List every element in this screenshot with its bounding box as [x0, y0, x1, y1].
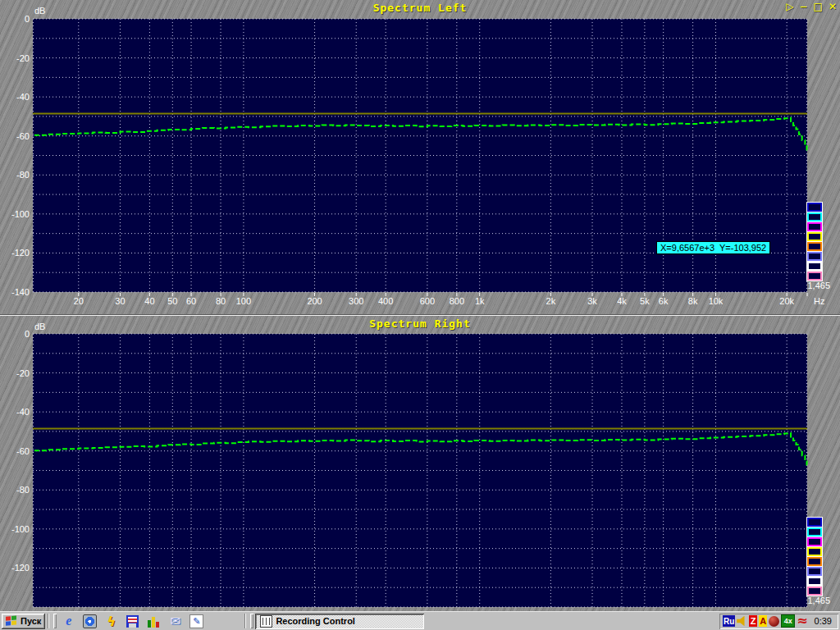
plot-area-left[interactable]: X=9,6567e+3 Y=-103,952: [33, 19, 807, 292]
plot-area-right[interactable]: [33, 334, 807, 607]
y-tick-label: -60: [0, 446, 30, 456]
legend-swatch[interactable]: [807, 537, 822, 546]
tray-red-round-icon[interactable]: [769, 616, 779, 627]
y-tick-label: -80: [0, 485, 30, 495]
maximize-icon[interactable]: □: [814, 1, 823, 12]
legend-swatch[interactable]: [807, 272, 822, 281]
y-tick-label: -20: [0, 368, 30, 378]
system-tray: Ru Z A 4x ≈ 0:39: [719, 614, 838, 629]
x-tick-label: 5k: [627, 296, 663, 306]
x-tick-label: 100: [226, 296, 262, 306]
task-button-label: Recording Control: [276, 616, 355, 626]
x-tick-label: 10k: [698, 296, 734, 306]
legend-swatch[interactable]: [807, 567, 822, 576]
x-tick-label: 800: [439, 296, 475, 306]
frequency-readout: 1,465: [797, 596, 830, 605]
y-tick-label: -140: [0, 287, 30, 297]
windows-logo-icon: [6, 615, 18, 627]
legend-swatch[interactable]: [807, 518, 822, 527]
x-tick-label: 300: [338, 296, 374, 306]
cursor-readout: X=9,6567e+3 Y=-103,952: [656, 241, 770, 254]
y-tick-label: -60: [0, 131, 30, 141]
recording-control-task-button[interactable]: Recording Control: [255, 614, 424, 629]
viewer-app-icon[interactable]: [83, 614, 97, 628]
x-tick-label: 20: [61, 296, 97, 306]
spectrum-right-panel: Spectrum Right dB 0-20-40-60-80-100-120 …: [0, 316, 840, 611]
x-axis-unit-label: Hz: [814, 296, 824, 306]
x-tick-label: 20k: [769, 296, 805, 306]
x-tick-label: 2k: [532, 296, 568, 306]
channel-legend: [806, 517, 823, 596]
y-tick-label: 0: [0, 329, 30, 339]
x-tick-label: 1k: [462, 296, 498, 306]
legend-swatch[interactable]: [807, 222, 822, 231]
legend-swatch[interactable]: [807, 557, 822, 566]
y-axis-unit-label: dB: [34, 322, 45, 331]
legend-swatch[interactable]: [807, 262, 822, 271]
y-tick-label: -20: [0, 53, 30, 63]
taskbar: Пуск e ϟ ✉ ✎ Recording Control Ru Z A 4x…: [0, 611, 840, 630]
chart-title-right: Spectrum Right: [0, 317, 840, 330]
play-icon[interactable]: ▷: [786, 1, 793, 12]
language-indicator[interactable]: Ru: [723, 615, 735, 627]
x-tick-label: 30: [102, 296, 138, 306]
taskband-drag-handle[interactable]: [250, 614, 253, 628]
legend-swatch[interactable]: [807, 232, 822, 241]
window-controls: ▷ − □ ✕: [786, 1, 837, 12]
tray-z-icon[interactable]: Z: [749, 615, 757, 627]
start-button-label: Пуск: [21, 616, 41, 626]
tray-green-icon[interactable]: 4x: [781, 614, 795, 628]
mail-icon[interactable]: ✉: [168, 614, 182, 628]
legend-swatch[interactable]: [807, 252, 822, 261]
x-tick-label: 8k: [675, 296, 711, 306]
quick-launch-bar: e ϟ ✉ ✎: [58, 614, 207, 628]
x-tick-label: 3k: [574, 296, 610, 306]
legend-swatch[interactable]: [807, 242, 822, 251]
y-tick-label: 0: [0, 14, 30, 24]
stats-app-icon[interactable]: [147, 614, 161, 628]
y-tick-label: -100: [0, 209, 30, 219]
close-icon[interactable]: ✕: [829, 1, 837, 12]
spectrum-left-svg: [33, 19, 807, 297]
tray-red-wave-icon[interactable]: ≈: [797, 616, 807, 626]
y-axis-unit-label: dB: [34, 6, 45, 16]
x-tick-label: 200: [297, 296, 333, 306]
start-button[interactable]: Пуск: [2, 614, 45, 629]
x-tick-label: 4k: [604, 296, 640, 306]
floppy-save-icon[interactable]: [126, 614, 139, 628]
legend-swatch[interactable]: [807, 527, 822, 536]
legend-swatch[interactable]: [807, 212, 822, 221]
taskbar-separator: [48, 614, 49, 628]
legend-swatch[interactable]: [807, 577, 822, 586]
legend-swatch[interactable]: [807, 203, 822, 212]
channel-legend: [806, 202, 823, 281]
y-tick-label: -120: [0, 563, 30, 573]
y-tick-label: -120: [0, 248, 30, 258]
tray-a-icon[interactable]: A: [759, 615, 767, 627]
volume-icon[interactable]: [737, 616, 747, 627]
x-tick-label: 50: [154, 296, 190, 306]
chart-title-left: Spectrum Left: [0, 2, 840, 14]
x-tick-label: 6k: [646, 296, 682, 306]
frequency-readout: 1,465: [797, 281, 830, 290]
minimize-icon[interactable]: −: [800, 1, 808, 12]
winamp-icon[interactable]: ϟ: [104, 614, 118, 628]
recording-control-icon: [260, 615, 272, 628]
taskbar-separator: [244, 614, 246, 628]
quicklaunch-drag-handle[interactable]: [53, 614, 57, 628]
notes-icon[interactable]: ✎: [189, 614, 203, 628]
internet-explorer-icon[interactable]: e: [62, 614, 75, 628]
x-tick-label: 40: [131, 296, 167, 306]
y-tick-label: -100: [0, 524, 30, 534]
x-tick-label: 600: [409, 296, 445, 306]
spectrum-right-svg: [33, 334, 807, 611]
x-tick-label: 400: [368, 296, 404, 306]
y-tick-label: -40: [0, 407, 30, 417]
legend-swatch[interactable]: [807, 587, 822, 596]
desktop: { "window": { "controls": { "play": "▷",…: [0, 0, 840, 630]
spectrum-left-panel: Spectrum Left dB ▷ − □ ✕ X=9,6567e+3 Y=-…: [0, 0, 840, 314]
legend-swatch[interactable]: [807, 547, 822, 556]
y-tick-label: -80: [0, 170, 30, 180]
taskbar-clock[interactable]: 0:39: [815, 616, 835, 626]
x-tick-label: 80: [203, 296, 239, 306]
